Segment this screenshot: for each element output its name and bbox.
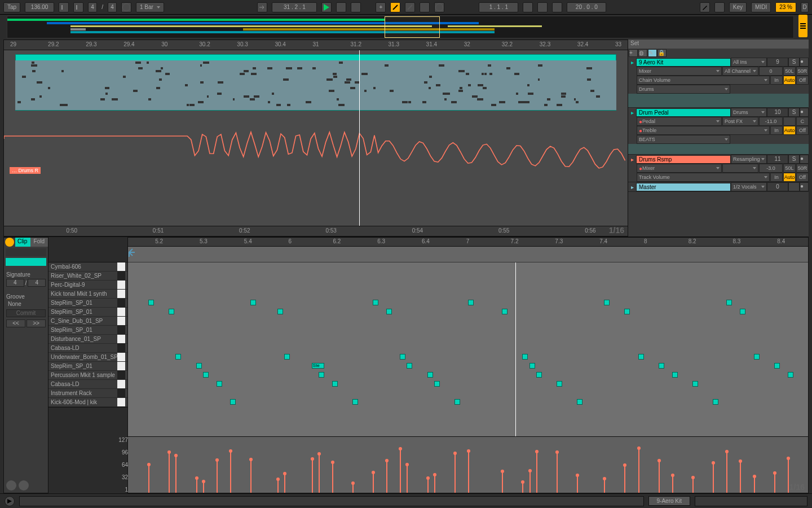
piano-key[interactable] <box>117 262 125 271</box>
device-view-toggle[interactable] <box>5 496 15 506</box>
piano-key[interactable] <box>117 335 125 344</box>
note-grid[interactable] <box>128 262 808 436</box>
arm-button[interactable]: ● <box>800 155 809 164</box>
clip-activator[interactable] <box>5 238 14 247</box>
arm-button[interactable]: ● <box>800 182 809 191</box>
velocity-handle[interactable] <box>788 458 789 493</box>
clip-opt-2-icon[interactable] <box>19 480 29 491</box>
arrangement-position[interactable]: 31 . 2 . 1 <box>272 2 317 12</box>
track-title[interactable]: Drum Pedal <box>636 108 731 117</box>
punch-position[interactable]: 1 . 1 . 1 <box>479 2 518 12</box>
pan-b[interactable]: C <box>796 117 809 126</box>
punch-out[interactable] <box>552 2 562 12</box>
lane-row[interactable]: Underwater_Bomb_01_SP <box>48 353 127 362</box>
midi-note[interactable] <box>692 381 698 387</box>
automation-lane[interactable] <box>4 113 628 187</box>
groove-commit[interactable]: Commit <box>6 309 46 317</box>
midi-note[interactable] <box>672 372 678 378</box>
midi-note[interactable] <box>726 300 732 305</box>
device-chooser[interactable]: Chain Volume <box>637 76 770 85</box>
output-chooser[interactable]: BEATS <box>637 135 730 144</box>
clip-tab-label[interactable]: Clip <box>15 238 30 247</box>
lane-row[interactable]: StepRim_SP_01 <box>48 308 127 317</box>
midi-note[interactable] <box>529 363 535 369</box>
tempo-field[interactable]: 136.00 <box>25 2 54 12</box>
lane-row[interactable]: Riser_White_02_SP <box>48 271 127 281</box>
fold-button[interactable]: Fold <box>30 238 48 247</box>
velocity-handle[interactable] <box>659 461 660 493</box>
device-chooser[interactable]: ● Pedal <box>637 117 722 126</box>
pan-a[interactable] <box>783 117 796 126</box>
track-input[interactable]: Drums <box>731 108 767 117</box>
velocity-handle[interactable] <box>624 465 625 493</box>
velocity-handle[interactable] <box>148 465 149 493</box>
monitor-auto[interactable]: Auto <box>783 126 796 135</box>
track-number[interactable]: 11 <box>767 155 788 164</box>
midi-note[interactable] <box>454 399 460 405</box>
piano-key[interactable] <box>117 308 125 317</box>
midi-note[interactable] <box>604 300 610 305</box>
midi-note[interactable] <box>284 354 290 360</box>
track-number[interactable]: 10 <box>767 108 788 117</box>
pan-b[interactable]: 50R <box>796 164 809 173</box>
overdub-toggle[interactable]: + <box>376 2 386 12</box>
device-chooser[interactable]: Track Volume <box>637 173 770 182</box>
track-title[interactable]: Drums Rsmp <box>636 155 731 164</box>
tap-tempo[interactable]: Tap <box>3 2 20 12</box>
pan-b[interactable]: 50R <box>796 67 809 76</box>
velocity-handle[interactable] <box>319 454 320 493</box>
piano-key[interactable] <box>117 389 125 398</box>
velocity-handle[interactable] <box>672 475 673 493</box>
nudge-up[interactable] <box>73 2 83 12</box>
solo-button[interactable]: S <box>788 155 800 164</box>
reenable-automation[interactable] <box>405 2 415 12</box>
midi-note[interactable] <box>624 309 630 314</box>
sig-numerator[interactable]: 4 <box>88 2 97 12</box>
lane-row[interactable]: Disturbance_01_SP <box>48 335 127 344</box>
monitor-off[interactable]: Off <box>796 76 809 85</box>
piano-key[interactable] <box>117 271 125 281</box>
lane-row[interactable]: Cabasa-LD <box>48 380 127 389</box>
velocity-handle[interactable] <box>557 452 558 493</box>
clip-beat-ruler[interactable]: 5.25.35.466.26.36.477.27.37.488.28.38.4 <box>128 238 808 247</box>
midi-note[interactable] <box>407 363 412 369</box>
midi-note[interactable] <box>774 363 780 369</box>
monitor-in[interactable]: In <box>770 173 783 182</box>
piano-key[interactable] <box>117 380 125 389</box>
solo-button[interactable] <box>788 182 800 191</box>
session-record[interactable] <box>434 2 444 12</box>
track-title[interactable]: Master <box>636 183 731 191</box>
velocity-handle[interactable] <box>169 452 170 493</box>
play-button[interactable] <box>321 2 332 12</box>
lane-row[interactable]: Instrument Rack <box>48 389 127 398</box>
midi-note[interactable] <box>638 354 644 360</box>
midi-note[interactable] <box>740 309 745 314</box>
velocity-handle[interactable] <box>386 461 387 493</box>
disk-overload[interactable]: D <box>801 2 809 12</box>
lane-row[interactable]: Cymbal-606 <box>48 262 127 271</box>
monitor-auto[interactable]: Auto <box>783 76 796 85</box>
playhead[interactable] <box>359 50 360 236</box>
midi-note[interactable] <box>332 381 338 387</box>
overview-selection[interactable] <box>385 16 440 38</box>
io-chooser[interactable]: All Channel <box>722 67 758 76</box>
velocity-handle[interactable] <box>502 471 503 493</box>
velocity-handle[interactable] <box>692 478 694 493</box>
midi-note[interactable] <box>557 381 562 387</box>
midi-note[interactable] <box>217 381 222 387</box>
velocity-handle[interactable] <box>196 478 197 493</box>
velocity-handle[interactable] <box>468 451 469 493</box>
midi-note[interactable] <box>659 363 664 369</box>
automation-mode[interactable]: ✎ <box>648 49 657 57</box>
device-chooser[interactable]: ● Mixer <box>637 164 722 173</box>
velocity-handle[interactable] <box>373 472 374 493</box>
time-ruler[interactable]: 0:500:510:520:530:540:550:56 <box>4 226 628 236</box>
piano-key[interactable] <box>117 344 125 353</box>
midi-note[interactable] <box>319 372 324 378</box>
midi-note[interactable] <box>468 300 474 305</box>
track-fold-icon[interactable]: ▸ <box>628 156 636 163</box>
piano-key[interactable] <box>117 362 125 371</box>
groove-selector[interactable]: None <box>6 301 46 307</box>
midi-note[interactable] <box>536 372 542 378</box>
piano-key[interactable] <box>117 299 125 308</box>
